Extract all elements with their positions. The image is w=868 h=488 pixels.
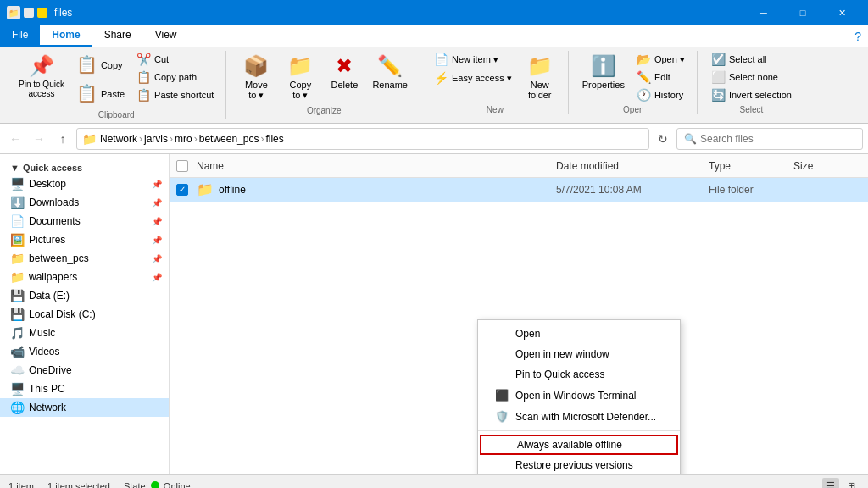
history-button[interactable]: 🕐 History [632, 86, 690, 103]
open-button[interactable]: 📂 Open ▾ [632, 51, 690, 68]
rename-button[interactable]: ✏️ Rename [367, 51, 413, 93]
sidebar-item-data-e[interactable]: 💾 Data (E:) [0, 286, 169, 305]
select-all-checkbox[interactable] [176, 160, 188, 172]
minimize-button[interactable]: ─ [744, 0, 783, 25]
delete-icon: ✖ [336, 54, 353, 78]
search-box[interactable]: 🔍 [676, 128, 863, 150]
sidebar-item-videos[interactable]: 📹 Videos [0, 342, 169, 361]
new-item-button[interactable]: 📄 New item ▾ [429, 51, 517, 68]
paste-shortcut-button[interactable]: 📋 Paste shortcut [131, 86, 219, 103]
select-none-button[interactable]: ⬜ Select none [706, 69, 797, 86]
state-value: Online [164, 481, 191, 489]
breadcrumb-network[interactable]: Network [100, 133, 137, 145]
this-pc-icon: 🖥️ [10, 382, 24, 396]
search-input[interactable] [700, 133, 855, 145]
local-disk-c-label: Local Disk (C:) [29, 308, 96, 320]
maximize-button[interactable]: □ [783, 0, 822, 25]
ctx-open-new-window[interactable]: Open in new window [478, 344, 680, 364]
tab-home[interactable]: Home [40, 25, 92, 47]
pin-icon: 📌 [29, 54, 54, 78]
easy-access-button[interactable]: ⚡ Easy access ▾ [429, 69, 517, 86]
breadcrumb-icon: 📁 [82, 132, 97, 146]
sidebar-item-wallpapers[interactable]: 📁 wallpapers 📌 [0, 268, 169, 286]
sidebar-item-onedrive[interactable]: ☁️ OneDrive [0, 361, 169, 380]
select-all-icon: ☑️ [711, 53, 726, 66]
sidebar-item-pictures[interactable]: 🖼️ Pictures 📌 [0, 230, 169, 249]
clipboard-label: Clipboard [98, 110, 135, 119]
pictures-label: Pictures [29, 234, 65, 246]
breadcrumb-jarvis[interactable]: jarvis [144, 133, 168, 145]
forward-button[interactable]: → [29, 129, 49, 149]
tab-share[interactable]: Share [92, 25, 143, 47]
ribbon-content: 📌 Pin to Quickaccess 📋 Copy 📋 Paste [0, 47, 868, 123]
close-button[interactable]: ✕ [822, 0, 861, 25]
sidebar-item-between-pcs[interactable]: 📁 between_pcs 📌 [0, 249, 169, 268]
select-group: ☑️ Select all ⬜ Select none 🔄 Invert sel… [699, 51, 804, 114]
view-controls: ☰ ⊞ [822, 478, 860, 489]
main-area: ▼ Quick access 🖥️ Desktop 📌 ⬇️ Downloads… [0, 154, 868, 474]
sidebar: ▼ Quick access 🖥️ Desktop 📌 ⬇️ Downloads… [0, 154, 170, 474]
copy-button[interactable]: 📋 Copy [71, 51, 130, 80]
paste-button[interactable]: 📋 Paste [71, 80, 130, 108]
move-to-icon: 📦 [243, 54, 269, 78]
select-all-button[interactable]: ☑️ Select all [706, 51, 797, 68]
window-icon-2 [24, 8, 34, 18]
select-buttons: ☑️ Select all ⬜ Select none 🔄 Invert sel… [706, 51, 797, 103]
ctx-open-terminal-label: Open in Windows Terminal [515, 390, 637, 402]
sidebar-item-local-disk-c[interactable]: 💾 Local Disk (C:) [0, 305, 169, 324]
organize-group: 📦 Moveto ▾ 📁 Copyto ▾ ✖ Delete ✏️ Rename… [228, 51, 420, 115]
pin-to-quick-access-button[interactable]: 📌 Pin to Quickaccess [14, 51, 70, 102]
breadcrumb-mro[interactable]: mro [175, 133, 192, 145]
cut-button[interactable]: ✂️ Cut [131, 51, 219, 68]
breadcrumb[interactable]: 📁 Network › jarvis › mro › between_pcs ›… [76, 128, 649, 150]
copy-icon: 📋 [76, 54, 97, 75]
tab-file[interactable]: File [0, 25, 40, 47]
copy-to-button[interactable]: 📁 Copyto ▾ [279, 51, 321, 104]
open-group: ℹ️ Properties 📂 Open ▾ ✏️ Edit 🕐 History [570, 51, 698, 114]
sidebar-item-network[interactable]: 🌐 Network [0, 398, 169, 417]
tab-view[interactable]: View [143, 25, 189, 47]
edit-button[interactable]: ✏️ Edit [632, 69, 690, 86]
desktop-icon: 🖥️ [10, 177, 24, 191]
new-folder-button[interactable]: 📁 Newfolder [519, 51, 561, 103]
invert-selection-button[interactable]: 🔄 Invert selection [706, 86, 797, 103]
ctx-pin-quick-access[interactable]: Pin to Quick access [478, 364, 680, 385]
sidebar-item-desktop[interactable]: 🖥️ Desktop 📌 [0, 175, 169, 193]
sidebar-item-music[interactable]: 🎵 Music [0, 324, 169, 342]
window-icon-1: 📁 [7, 6, 20, 19]
row-type: File folder [709, 184, 793, 196]
quick-access-section: ▼ Quick access [0, 158, 169, 175]
ctx-open-terminal[interactable]: ⬛ Open in Windows Terminal [478, 385, 680, 406]
status-bar: 1 item 1 item selected State: Online ☰ ⊞ [0, 474, 868, 488]
breadcrumb-between-pcs[interactable]: between_pcs [199, 133, 259, 145]
back-button[interactable]: ← [5, 129, 25, 149]
up-button[interactable]: ↑ [53, 129, 73, 149]
pin-icon-between-pcs: 📌 [152, 254, 162, 263]
properties-button[interactable]: ℹ️ Properties [577, 51, 630, 93]
ctx-restore-previous[interactable]: Restore previous versions [478, 455, 680, 474]
refresh-button[interactable]: ↻ [653, 129, 673, 149]
online-dot [151, 481, 159, 489]
details-view-button[interactable]: ☰ [822, 478, 839, 489]
copy-path-button[interactable]: 📋 Copy path [131, 69, 219, 86]
sidebar-item-this-pc[interactable]: 🖥️ This PC [0, 380, 169, 398]
sidebar-item-downloads[interactable]: ⬇️ Downloads 📌 [0, 193, 169, 212]
ctx-open-new-window-label: Open in new window [515, 348, 609, 360]
tiles-view-button[interactable]: ⊞ [843, 478, 860, 489]
between-pcs-icon: 📁 [10, 252, 24, 265]
file-list-header: Name Date modified Type Size [170, 154, 868, 178]
header-check-col [176, 160, 197, 172]
ctx-open[interactable]: Open [478, 324, 680, 344]
delete-button[interactable]: ✖ Delete [323, 51, 365, 93]
help-button[interactable]: ? [854, 25, 868, 47]
sidebar-item-documents[interactable]: 📄 Documents 📌 [0, 212, 169, 230]
ctx-always-available-offline[interactable]: Always available offline [480, 435, 678, 455]
move-to-button[interactable]: 📦 Moveto ▾ [235, 51, 277, 104]
file-row-offline[interactable]: ✓ 📁 offline 5/7/2021 10:08 AM File folde… [170, 178, 868, 202]
breadcrumb-files[interactable]: files [265, 133, 283, 145]
breadcrumb-sep-4: › [260, 133, 264, 145]
row-filename: offline [219, 184, 246, 196]
ctx-open-label: Open [515, 328, 540, 340]
row-checkbox[interactable]: ✓ [176, 184, 188, 196]
ctx-scan-defender[interactable]: 🛡️ Scan with Microsoft Defender... [478, 406, 680, 427]
